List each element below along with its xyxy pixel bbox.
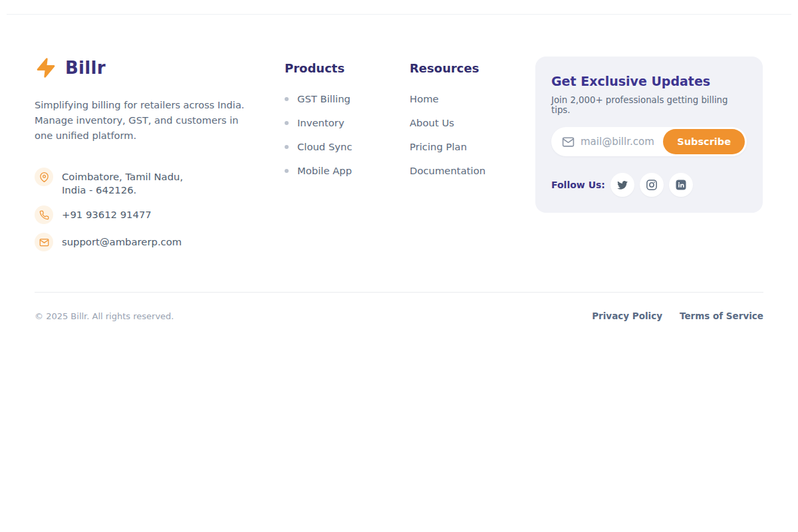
phone-icon <box>35 205 53 224</box>
contact-address-text: Coimbatore, Tamil Nadu, India - 642126. <box>62 168 183 197</box>
follow-row: Follow Us: <box>551 173 747 197</box>
twitter-button[interactable] <box>610 173 634 197</box>
bullet-icon <box>285 121 289 125</box>
instagram-icon <box>646 179 658 191</box>
contact-email-text: support@ambarerp.com <box>62 233 182 249</box>
contact-list: Coimbatore, Tamil Nadu, India - 642126. … <box>35 168 285 251</box>
products-list: GST Billing Inventory Cloud Sync Mobile … <box>285 94 410 176</box>
instagram-button[interactable] <box>640 173 664 197</box>
lightning-bolt-icon <box>35 57 57 79</box>
envelope-icon <box>35 233 53 251</box>
brand-column: Billr Simplifying billing for retailers … <box>35 57 285 251</box>
bullet-icon <box>285 169 289 173</box>
brand-logo: Billr <box>35 57 285 79</box>
resources-column: Resources Home About Us Pricing Plan Doc… <box>410 57 535 190</box>
privacy-policy-link[interactable]: Privacy Policy <box>592 311 662 321</box>
terms-of-service-link[interactable]: Terms of Service <box>680 311 763 321</box>
subscribe-button[interactable]: Subscribe <box>663 129 745 154</box>
resources-title: Resources <box>410 61 535 75</box>
location-pin-icon <box>35 168 53 186</box>
products-link-gst-billing[interactable]: GST Billing <box>285 94 410 104</box>
products-title: Products <box>285 61 410 75</box>
contact-phone-text: +91 93612 91477 <box>62 205 152 221</box>
mail-icon <box>562 136 575 148</box>
copyright-text: © 2025 Billr. All rights reserved. <box>35 311 174 321</box>
brand-description: Simplifying billing for retailers across… <box>35 97 245 143</box>
newsletter-card: Get Exclusive Updates Join 2,000+ profes… <box>535 57 763 213</box>
footer: Billr Simplifying billing for retailers … <box>0 0 798 251</box>
top-divider <box>7 14 791 15</box>
brand-name: Billr <box>65 58 106 78</box>
follow-us-label: Follow Us: <box>551 180 605 190</box>
bullet-icon <box>285 97 289 101</box>
resources-link-pricing-plan[interactable]: Pricing Plan <box>410 142 535 152</box>
resources-link-about-us[interactable]: About Us <box>410 118 535 128</box>
bottom-bar: © 2025 Billr. All rights reserved. Priva… <box>35 293 763 321</box>
resources-link-documentation[interactable]: Documentation <box>410 166 535 176</box>
newsletter-email-input[interactable] <box>581 136 663 148</box>
newsletter-subtitle: Join 2,000+ professionals getting billin… <box>551 95 747 115</box>
contact-phone: +91 93612 91477 <box>35 205 285 224</box>
twitter-icon <box>616 179 628 191</box>
newsletter-title: Get Exclusive Updates <box>551 74 747 88</box>
resources-link-home[interactable]: Home <box>410 94 535 104</box>
newsletter-email-pill: Subscribe <box>551 127 747 156</box>
contact-address: Coimbatore, Tamil Nadu, India - 642126. <box>35 168 285 197</box>
products-link-inventory[interactable]: Inventory <box>285 118 410 128</box>
linkedin-button[interactable] <box>669 173 693 197</box>
bottom-links: Privacy Policy Terms of Service <box>592 311 763 321</box>
contact-email: support@ambarerp.com <box>35 233 285 251</box>
products-column: Products GST Billing Inventory Cloud Syn… <box>285 57 410 190</box>
bullet-icon <box>285 145 289 149</box>
products-link-cloud-sync[interactable]: Cloud Sync <box>285 142 410 152</box>
linkedin-icon <box>675 179 687 191</box>
resources-list: Home About Us Pricing Plan Documentation <box>410 94 535 176</box>
products-link-mobile-app[interactable]: Mobile App <box>285 166 410 176</box>
